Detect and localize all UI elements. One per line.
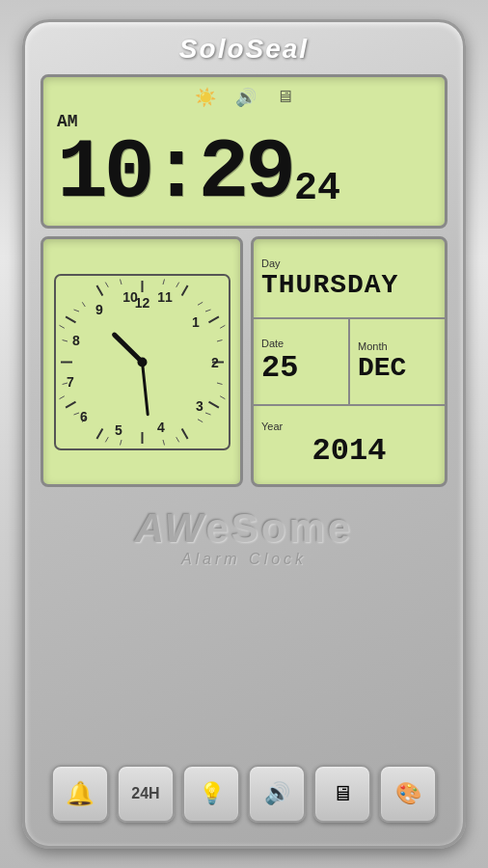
sound-icon[interactable]: 🔊 [235,87,257,108]
date-sub-date: Date 25 [254,319,350,404]
analog-clock-face: 12 1 2 3 4 5 6 7 8 9 10 11 [53,273,231,451]
date-panel: Day THURSDAY Date 25 Month DEC Year 2014 [251,236,447,487]
theme-button[interactable]: 🎨 [379,765,437,823]
title-part1: Solo [179,34,246,64]
toolbar: 🔔 24H 💡 🔊 🖥 🎨 [51,765,437,830]
sound-icon: 🔊 [264,781,290,806]
day-row: Day THURSDAY [254,239,445,319]
year-row: Year 2014 [254,406,445,484]
theme-icon: 🎨 [395,781,421,806]
date-month-row: Date 25 Month DEC [254,319,445,406]
display-icon[interactable]: 🖥 [276,87,293,108]
app-logo: AWeSome Alarm Clock [135,506,353,568]
date-sub-month: Month DEC [350,319,445,404]
brightness-icon: 💡 [199,781,225,806]
analog-clock-panel: 12 1 2 3 4 5 6 7 8 9 10 11 [41,236,243,487]
alarm-icon: 🔔 [66,780,95,807]
year-label: Year [261,420,437,432]
time-seconds: 24 [294,170,340,208]
24h-label: 24H [131,785,159,802]
time-hours-minutes: 10:29 [57,131,292,216]
month-value: DEC [358,353,437,383]
awesome-text-aw: AW [135,505,206,551]
digital-time-display: 10:2924 [57,131,431,216]
awesome-text-esome: eSome [205,505,353,551]
bottom-section: 12 1 2 3 4 5 6 7 8 9 10 11 [41,236,447,487]
svg-text:8: 8 [72,333,80,348]
brightness-icon[interactable]: ☀️ [195,87,216,108]
svg-text:6: 6 [80,409,88,424]
svg-text:11: 11 [157,289,173,305]
device-frame: SoloSeal ☀️ 🔊 🖥 AM 10:2924 [22,19,466,849]
svg-text:3: 3 [196,398,203,414]
display-button[interactable]: 🖥 [313,765,371,823]
day-value: THURSDAY [261,270,437,300]
svg-text:1: 1 [192,314,200,330]
svg-point-52 [137,357,147,366]
day-label: Day [261,258,437,269]
svg-text:10: 10 [122,289,138,305]
digital-clock-panel: ☀️ 🔊 🖥 AM 10:2924 [41,74,447,229]
alarm-button[interactable]: 🔔 [51,765,109,823]
date-label: Date [261,338,340,349]
app-title: SoloSeal [179,34,309,65]
month-label: Month [358,340,437,352]
display-icon: 🖥 [332,781,353,806]
svg-text:4: 4 [157,420,165,435]
sound-button[interactable]: 🔊 [248,765,306,823]
clock-icons-row: ☀️ 🔊 🖥 [57,87,431,108]
awesome-text: AWeSome [135,506,353,551]
title-part2: Seal [246,34,310,64]
year-value: 2014 [261,433,437,469]
24h-button[interactable]: 24H [117,765,175,823]
clock-svg: 12 1 2 3 4 5 6 7 8 9 10 11 [53,273,231,451]
alarm-clock-text: Alarm Clock [135,551,353,568]
svg-text:5: 5 [115,422,122,438]
svg-text:7: 7 [67,374,74,390]
svg-text:9: 9 [95,302,103,317]
date-value: 25 [261,350,340,386]
brightness-button[interactable]: 💡 [182,765,240,823]
svg-text:2: 2 [211,355,219,370]
